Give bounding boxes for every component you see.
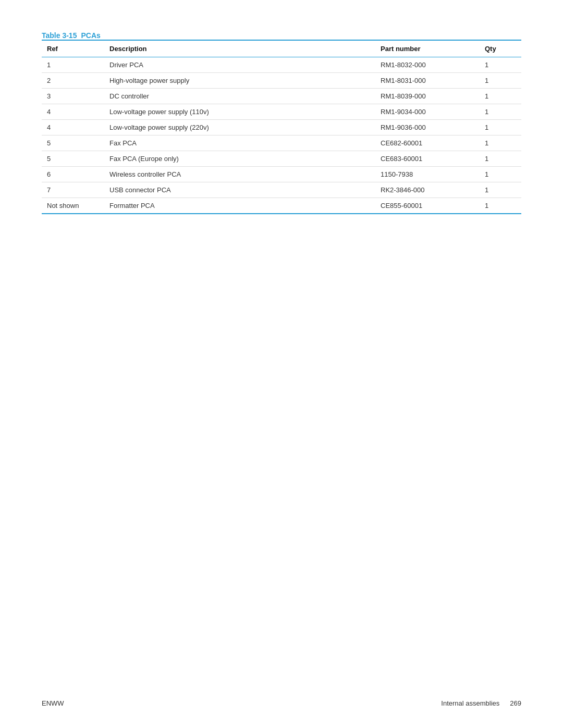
cell-description: High-voltage power supply xyxy=(104,73,375,89)
cell-qty: 1 xyxy=(480,182,521,198)
cell-partnumber: 1150-7938 xyxy=(375,167,480,182)
footer-left: ENWW xyxy=(42,699,64,707)
cell-description: Fax PCA (Europe only) xyxy=(104,151,375,167)
table-row: 5Fax PCA (Europe only)CE683-600011 xyxy=(42,151,521,167)
cell-ref: 5 xyxy=(42,135,104,151)
table-title: Table 3-15 PCAs xyxy=(42,31,521,40)
cell-ref: 7 xyxy=(42,182,104,198)
cell-ref: 3 xyxy=(42,89,104,104)
cell-ref: 6 xyxy=(42,167,104,182)
col-header-qty: Qty xyxy=(480,40,521,57)
cell-ref: 5 xyxy=(42,151,104,167)
cell-partnumber: RM1-9034-000 xyxy=(375,104,480,120)
cell-partnumber: CE682-60001 xyxy=(375,135,480,151)
cell-qty: 1 xyxy=(480,104,521,120)
cell-description: Low-voltage power supply (110v) xyxy=(104,104,375,120)
table-row: 2High-voltage power supplyRM1-8031-0001 xyxy=(42,73,521,89)
cell-qty: 1 xyxy=(480,167,521,182)
cell-description: Wireless controller PCA xyxy=(104,167,375,182)
cell-qty: 1 xyxy=(480,89,521,104)
cell-partnumber: CE683-60001 xyxy=(375,151,480,167)
footer-section: Internal assemblies xyxy=(441,699,499,707)
cell-description: USB connector PCA xyxy=(104,182,375,198)
footer-page: 269 xyxy=(510,699,521,707)
table-row: 6Wireless controller PCA1150-79381 xyxy=(42,167,521,182)
cell-description: Formatter PCA xyxy=(104,198,375,214)
pcas-table: Ref Description Part number Qty 1Driver … xyxy=(42,40,521,214)
cell-partnumber: RK2-3846-000 xyxy=(375,182,480,198)
table-header-row: Ref Description Part number Qty xyxy=(42,40,521,57)
cell-partnumber: RM1-8031-000 xyxy=(375,73,480,89)
table-title-number: Table 3-15 xyxy=(42,31,77,40)
table-title-text: PCAs xyxy=(81,31,100,40)
cell-partnumber: CE855-60001 xyxy=(375,198,480,214)
col-header-partnumber: Part number xyxy=(375,40,480,57)
table-row: Not shownFormatter PCACE855-600011 xyxy=(42,198,521,214)
cell-qty: 1 xyxy=(480,73,521,89)
cell-partnumber: RM1-9036-000 xyxy=(375,120,480,135)
cell-qty: 1 xyxy=(480,198,521,214)
cell-ref: 1 xyxy=(42,57,104,73)
footer-right: Internal assemblies 269 xyxy=(441,699,521,707)
cell-qty: 1 xyxy=(480,57,521,73)
cell-ref: 2 xyxy=(42,73,104,89)
cell-qty: 1 xyxy=(480,120,521,135)
table-row: 7USB connector PCARK2-3846-0001 xyxy=(42,182,521,198)
cell-ref: 4 xyxy=(42,120,104,135)
cell-qty: 1 xyxy=(480,151,521,167)
table-row: 4Low-voltage power supply (110v)RM1-9034… xyxy=(42,104,521,120)
col-header-description: Description xyxy=(104,40,375,57)
cell-ref: Not shown xyxy=(42,198,104,214)
table-row: 5Fax PCACE682-600011 xyxy=(42,135,521,151)
col-header-ref: Ref xyxy=(42,40,104,57)
table-row: 1Driver PCARM1-8032-0001 xyxy=(42,57,521,73)
cell-description: Driver PCA xyxy=(104,57,375,73)
cell-partnumber: RM1-8039-000 xyxy=(375,89,480,104)
page-content: Table 3-15 PCAs Ref Description Part num… xyxy=(0,0,563,245)
cell-description: Low-voltage power supply (220v) xyxy=(104,120,375,135)
cell-qty: 1 xyxy=(480,135,521,151)
cell-ref: 4 xyxy=(42,104,104,120)
page-footer: ENWW Internal assemblies 269 xyxy=(42,699,521,707)
cell-partnumber: RM1-8032-000 xyxy=(375,57,480,73)
cell-description: DC controller xyxy=(104,89,375,104)
table-row: 3DC controllerRM1-8039-0001 xyxy=(42,89,521,104)
table-row: 4Low-voltage power supply (220v)RM1-9036… xyxy=(42,120,521,135)
cell-description: Fax PCA xyxy=(104,135,375,151)
